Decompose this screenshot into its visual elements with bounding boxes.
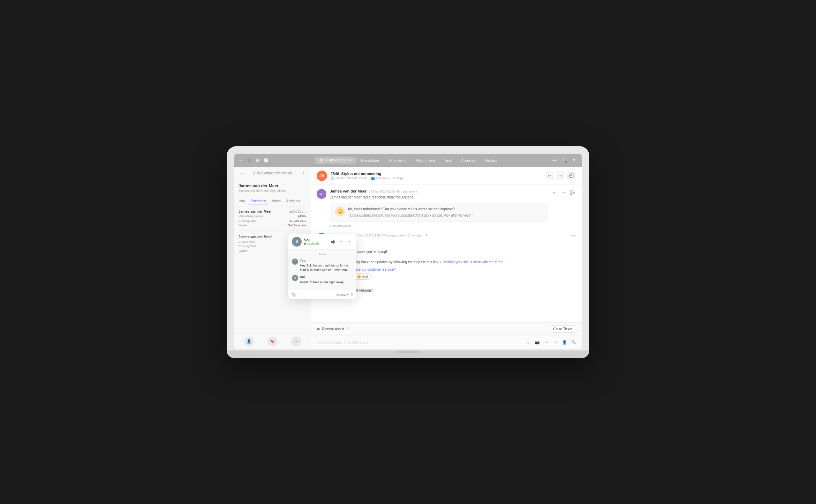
sidebar-tab-potentials[interactable]: Potentials [249, 198, 268, 204]
you-chat-avatar: Y [292, 258, 298, 265]
ticket-action-buttons: ↩ ↪ 💬 [545, 171, 576, 180]
compose-search-icon[interactable]: 🔍 [570, 339, 577, 346]
close-ticket-button[interactable]: Close Ticket [550, 325, 576, 333]
laptop-container: ← 📎 ⚙ 🕐 2 Conversation ▾ Resolution Time… [227, 146, 589, 358]
remote-assist-button[interactable]: 🖥 Remote Assist ⓘ [317, 327, 349, 331]
tab-history[interactable]: History [481, 157, 501, 164]
sol-chat-avatar: S [292, 275, 298, 281]
rating-block: 😞 Ah, that's unfortunate! Can you please… [330, 203, 547, 222]
top-navigation-bar: ← 📎 ⚙ 🕐 2 Conversation ▾ Resolution Time… [234, 154, 582, 167]
ticket-title-area: #840 Stylus not connecting 🕐 04 Dec 2017… [331, 172, 541, 180]
chat-popup-body: Today Y You Hey Sol, James might be up f… [288, 250, 356, 290]
bookmark-icon[interactable]: 🔖 [267, 337, 277, 346]
sidebar-bottom-bar: 👤 🔖 + [234, 333, 311, 349]
tab-resolution[interactable]: Resolution [357, 157, 383, 164]
james-avatar: JA [317, 189, 326, 199]
status-dot [304, 243, 306, 245]
tab-time-entry[interactable]: Time Entry [384, 157, 411, 164]
chat-message-you: Y You Hey Sol, James might be up for his… [292, 258, 353, 272]
remote-assist-icon: 🖥 [317, 327, 320, 331]
sidebar-expand-icon[interactable]: ↗ [300, 170, 307, 177]
top-bar-right-icons: ••• 🔍 ≡ [550, 157, 577, 164]
tab-attachment[interactable]: Attachment [411, 157, 439, 164]
compose-mention-icon[interactable]: 👤 [561, 339, 568, 346]
ticket-avatar: JV [317, 171, 327, 181]
contact-info: James van der Meer thejamesvandermeeer@g… [234, 180, 311, 196]
james-forward-btn[interactable]: ↪ [559, 189, 567, 197]
top-bar-left-icons: ← 📎 ⚙ 🕐 [239, 157, 266, 164]
tab-task[interactable]: Task [440, 157, 456, 164]
back-button[interactable]: ← [239, 157, 243, 164]
image-icon[interactable]: 📷 [534, 339, 541, 346]
close-popup-button[interactable]: ✕ [346, 238, 353, 245]
format-icon[interactable]: ≡ [524, 339, 532, 346]
chat-popup: S Sol Available 📹 − ✕ Today Y [288, 234, 356, 299]
chat-actions-button[interactable]: Actions ▾ [336, 293, 349, 296]
sidebar-back-icon[interactable]: ← [239, 170, 245, 177]
video-call-button[interactable]: 📹 [329, 238, 336, 245]
screen: ← 📎 ⚙ 🕐 2 Conversation ▾ Resolution Time… [234, 154, 582, 349]
potential-item-1: James van der Meer EUR 273... Value Prop… [239, 210, 307, 231]
sidebar-tab-info[interactable]: Info [237, 198, 247, 204]
more-options-button[interactable]: ••• [551, 157, 558, 164]
tab-approval[interactable]: Approval [457, 157, 480, 164]
settings-icon[interactable]: ⚙ [256, 157, 260, 164]
sidebar-tab-notes[interactable]: Notes [270, 198, 283, 204]
search-button[interactable]: 🔍 [561, 157, 568, 164]
laptop-notch [398, 351, 418, 353]
reply-button[interactable]: ↩ [545, 171, 554, 180]
forward-button[interactable]: ↪ [556, 171, 565, 180]
james-message-actions: ↩ ↪ 💬 [550, 189, 576, 197]
add-icon[interactable]: + [291, 337, 301, 346]
laptop-base [227, 351, 589, 358]
chat-attach-icon[interactable]: 📎 [291, 292, 296, 297]
yod-more-options[interactable]: ••• [571, 233, 576, 239]
rate-service-text: How would you rate our customer service? [330, 268, 576, 271]
james-note-btn[interactable]: 💬 [568, 189, 576, 197]
remote-assist-bar: 🖥 Remote Assist ⓘ Close Ticket [311, 322, 582, 336]
sidebar-tab-activities[interactable]: Activities [284, 198, 302, 204]
remote-assist-info: ⓘ [346, 327, 349, 331]
contact-icon[interactable]: 👤 [244, 337, 254, 346]
chat-popup-header: S Sol Available 📹 − ✕ [288, 234, 356, 250]
chat-popup-avatar: S [292, 237, 302, 247]
message-james: JA James van der Meer 04 Dec 2017 02:56 … [317, 189, 576, 227]
main-layout: ← CRM Contact Information ↗ James van de… [234, 167, 582, 349]
chat-popup-footer: 📎 Actions ▾ ⚙ [288, 290, 356, 299]
sidebar-tabs: Info Potentials Notes Activities [234, 196, 311, 207]
rating-icon: 😞 [335, 206, 345, 216]
compose-input[interactable]: Here is your Smart Chat (Ctrl+Space)... [315, 339, 522, 346]
note-button[interactable]: 💬 [567, 171, 576, 180]
james-reply-btn[interactable]: ↩ [550, 189, 558, 197]
yod-message-content: Yod Agbaria 04 Dec 2017 02:55 AM ( respo… [330, 233, 576, 298]
show-response-link[interactable]: show response [330, 224, 547, 227]
compose-forward-icon[interactable]: ↪ [552, 339, 559, 346]
tab-conversation[interactable]: 2 Conversation ▾ [315, 157, 356, 164]
menu-button[interactable]: ≡ [571, 157, 577, 164]
chat-date-divider: Today [292, 253, 353, 256]
compose-toolbar: ≡ 📷 ↩ ↪ 👤 🔍 [524, 339, 577, 346]
clock-icon[interactable]: 🕐 [263, 157, 269, 164]
stylus-link[interactable]: Making your stylus work with the zPad [444, 260, 503, 264]
chat-message-sol: S Sol Great! I'll take a look right away… [292, 275, 353, 284]
compose-reply-icon[interactable]: ↩ [543, 339, 550, 346]
chat-settings-icon[interactable]: ⚙ [350, 292, 354, 297]
expand-recipients[interactable]: + [425, 233, 428, 237]
navigation-tabs: 2 Conversation ▾ Resolution Time Entry A… [269, 157, 547, 164]
compose-area: Here is your Smart Chat (Ctrl+Space)... … [311, 336, 582, 349]
minimize-popup-button[interactable]: − [338, 238, 345, 245]
attachment-icon[interactable]: 📎 [247, 157, 252, 164]
rating-buttons: 😊 Good 😞 Bad [330, 273, 576, 280]
chat-popup-action-buttons: 📹 − ✕ [329, 238, 353, 245]
james-message-content: James van der Meer 04 Dec 2017 02:56 AM … [330, 189, 547, 227]
agent-signature: Yod Agbaria Customer Support Manager Zyl… [330, 283, 576, 298]
ticket-header: JV #840 Stylus not connecting 🕐 04 Dec 2… [311, 167, 582, 185]
sidebar-header: ← CRM Contact Information ↗ [234, 167, 311, 180]
